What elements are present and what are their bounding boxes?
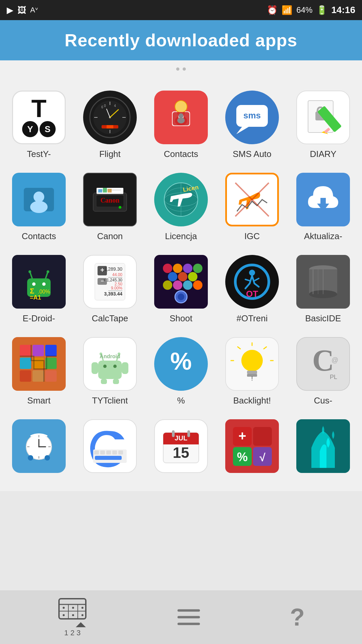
app-item-sms-auto[interactable]: sms SMS Auto bbox=[217, 84, 288, 166]
svg-text:Canon: Canon bbox=[101, 197, 120, 204]
app-icon-percent: % bbox=[154, 337, 208, 391]
svg-text:+: + bbox=[238, 428, 246, 443]
svg-text:C: C bbox=[312, 344, 334, 377]
app-item-basicide[interactable]: BasicIDE bbox=[288, 248, 359, 330]
app-label-contacts-blue: Contacts bbox=[22, 231, 56, 241]
app-item-gboard[interactable] bbox=[74, 413, 145, 484]
app-item-testy[interactable]: T Y S TestY- bbox=[3, 84, 74, 166]
apps-grid-label: 1 2 3 bbox=[64, 629, 81, 637]
svg-point-183 bbox=[63, 607, 65, 609]
app-item-custom[interactable]: C @ PL Cus- bbox=[288, 330, 359, 413]
app-label-licencja: Licencja bbox=[165, 231, 197, 241]
svg-rect-10 bbox=[107, 125, 113, 128]
app-icon-backlight: ! bbox=[225, 337, 279, 391]
svg-line-138 bbox=[264, 347, 266, 349]
app-item-flight[interactable]: 0 4 6 Flight bbox=[74, 84, 145, 166]
svg-point-122 bbox=[113, 365, 117, 368]
app-label-smart: Smart bbox=[27, 395, 50, 406]
svg-point-88 bbox=[183, 264, 192, 273]
svg-rect-129 bbox=[101, 379, 107, 384]
app-item-otreni[interactable]: OT #OTreni bbox=[217, 248, 288, 330]
app-icon-contacts-blue bbox=[12, 173, 66, 226]
app-icon-flight: 0 4 6 bbox=[83, 91, 137, 144]
app-icon-calendar: JUL 15 bbox=[154, 419, 208, 473]
app-item-shoot[interactable]: Shoot bbox=[145, 248, 217, 330]
svg-point-91 bbox=[178, 272, 187, 281]
svg-text:sms: sms bbox=[243, 110, 261, 120]
svg-rect-161 bbox=[118, 450, 123, 454]
app-item-calcombo[interactable]: + % √ bbox=[217, 413, 288, 484]
app-item-smart[interactable]: Smart bbox=[3, 330, 74, 413]
svg-point-25 bbox=[179, 113, 183, 118]
app-icon-drops bbox=[296, 419, 350, 473]
svg-rect-167 bbox=[172, 430, 175, 437]
app-item-contacts-blue[interactable]: Contacts bbox=[3, 166, 74, 248]
app-item-edroid[interactable]: Σ .00% =A1 E-Droid- bbox=[3, 248, 74, 330]
svg-text:√: √ bbox=[259, 451, 265, 464]
svg-point-121 bbox=[103, 365, 107, 368]
svg-point-186 bbox=[63, 614, 65, 616]
text-icon: Aᵛ bbox=[30, 6, 38, 14]
svg-rect-120 bbox=[98, 361, 122, 379]
svg-rect-135 bbox=[247, 371, 257, 374]
svg-text:%: % bbox=[170, 348, 192, 375]
app-item-percent[interactable]: % % bbox=[145, 330, 217, 413]
app-icon-licencja: Licen bbox=[154, 173, 208, 226]
app-label-custom: Cus- bbox=[314, 395, 333, 406]
header-title: Recently downloaded apps bbox=[65, 30, 297, 50]
svg-rect-118 bbox=[33, 370, 44, 382]
svg-text:=A1: =A1 bbox=[30, 294, 41, 301]
time-display: 14:16 bbox=[331, 5, 355, 15]
svg-rect-119 bbox=[45, 370, 57, 382]
svg-rect-160 bbox=[112, 450, 117, 454]
svg-text:3,393.44: 3,393.44 bbox=[104, 291, 123, 297]
svg-rect-117 bbox=[20, 370, 31, 382]
menu-icon[interactable] bbox=[175, 604, 202, 631]
app-icon-custom: C @ PL bbox=[296, 337, 350, 391]
svg-rect-162 bbox=[95, 456, 122, 460]
app-item-calendar[interactable]: JUL 15 bbox=[145, 413, 217, 484]
svg-point-92 bbox=[188, 272, 197, 281]
app-item-diary[interactable]: DIARY bbox=[288, 84, 359, 166]
app-item-aktualizacja[interactable]: Aktualiza- bbox=[288, 166, 359, 248]
app-label-tytclient: TYTclient bbox=[92, 395, 128, 406]
app-item-alarm[interactable] bbox=[3, 413, 74, 484]
app-label-shoot: Shoot bbox=[170, 313, 192, 324]
wifi-icon: 📶 bbox=[282, 5, 292, 15]
svg-point-64 bbox=[42, 282, 46, 286]
svg-text:0: 0 bbox=[104, 104, 106, 108]
app-item-licencja[interactable]: Licen Licencja bbox=[145, 166, 217, 248]
app-icon-canon: Canon bbox=[83, 173, 137, 226]
app-item-canon[interactable]: Canon Canon bbox=[74, 166, 145, 248]
app-item-contacts-red[interactable]: Contacts bbox=[145, 84, 217, 166]
svg-rect-158 bbox=[100, 450, 105, 454]
app-label-otreni: #OTreni bbox=[237, 313, 268, 324]
app-item-drops[interactable] bbox=[288, 413, 359, 484]
svg-rect-49 bbox=[103, 188, 107, 193]
app-icon-shoot bbox=[154, 255, 208, 309]
svg-point-21 bbox=[175, 101, 187, 113]
app-item-tytclient[interactable]: Android TYTclient bbox=[74, 330, 145, 413]
app-icon-smart bbox=[12, 337, 66, 391]
app-label-contacts-red: Contacts bbox=[164, 149, 198, 159]
svg-text:9.00%: 9.00% bbox=[111, 286, 122, 290]
svg-rect-113 bbox=[45, 345, 57, 356]
app-icon-calctape: + − 1,289.30 44.00 + 1,245.30 2.50 9.00%… bbox=[83, 255, 137, 309]
app-label-flight: Flight bbox=[99, 149, 121, 159]
app-icon-edroid: Σ .00% =A1 bbox=[12, 255, 66, 309]
app-item-calctape[interactable]: + − 1,289.30 44.00 + 1,245.30 2.50 9.00%… bbox=[74, 248, 145, 330]
svg-point-185 bbox=[81, 607, 83, 609]
help-icon[interactable]: ? bbox=[290, 603, 305, 631]
apps-grid-icon[interactable]: 1 2 3 bbox=[57, 597, 87, 637]
svg-point-26 bbox=[177, 117, 185, 123]
app-item-backlight[interactable]: ! Backlight! bbox=[217, 330, 288, 413]
svg-point-90 bbox=[168, 272, 177, 281]
app-label-sms-auto: SMS Auto bbox=[233, 149, 272, 159]
svg-rect-159 bbox=[106, 450, 111, 454]
svg-point-98 bbox=[178, 293, 184, 300]
app-label-aktualizacja: Aktualiza- bbox=[304, 231, 342, 241]
svg-rect-128 bbox=[122, 362, 128, 374]
app-icon-aktualizacja bbox=[296, 173, 350, 226]
app-grid: T Y S TestY- bbox=[0, 77, 362, 491]
app-item-igc[interactable]: IGC bbox=[217, 166, 288, 248]
